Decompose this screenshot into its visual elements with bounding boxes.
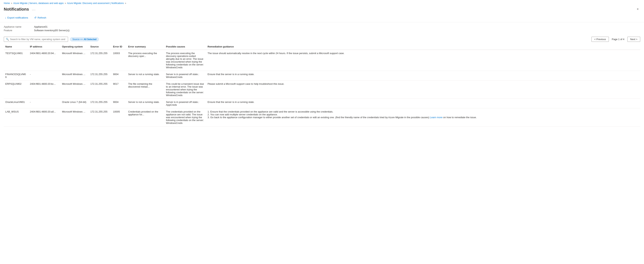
cell-possible-causes: Server is in powered off state.: AppCred… bbox=[164, 99, 206, 108]
col-header-error-summary[interactable]: Error summary bbox=[127, 44, 164, 50]
col-header-error-id[interactable]: Error ID bbox=[112, 44, 127, 50]
filter-right: < Previous Page 1 of 4 Next > bbox=[592, 37, 640, 42]
previous-button[interactable]: < Previous bbox=[592, 37, 609, 42]
col-header-remediation[interactable]: Remediation guidance bbox=[206, 44, 640, 50]
appliance-label: Appliance name bbox=[4, 25, 34, 28]
cell-error-summary: Server is not a running state. bbox=[127, 71, 164, 80]
table-body: TESTSQLVM012404:f801:4800:20:94...Micros… bbox=[4, 50, 640, 126]
table-row: ERPSQLVM022404:f801:4800:20:bc...Microso… bbox=[4, 80, 640, 99]
next-button[interactable]: Next > bbox=[627, 37, 640, 42]
table-row: OracleLinuxVM01-Oracle Linux 7 (64-bit)1… bbox=[4, 99, 640, 108]
col-header-ip[interactable]: IP address bbox=[28, 44, 60, 50]
cell-os: Microsoft Windows ... bbox=[60, 108, 89, 126]
table-row: LAB_WSUS2404:f801:4800:20:a0...Microsoft… bbox=[4, 108, 640, 126]
cell-source: 172.31.255.255 bbox=[89, 50, 112, 71]
page-info: Page 1 of 4 bbox=[611, 38, 626, 41]
cell-error-summary: The file containing the discovered metad… bbox=[127, 80, 164, 99]
toolbar: ↓ Export notifications ↺ Refresh bbox=[0, 14, 644, 22]
filter-bar: 🔍 Source == All Selected < Previous Page… bbox=[0, 35, 644, 44]
cell-error-summary: The process executing the discovery oper… bbox=[127, 50, 164, 71]
source-tag-prefix: Source == bbox=[72, 38, 83, 41]
cell-error-id: 9004 bbox=[112, 71, 127, 80]
breadcrumb-servers[interactable]: Azure Migrate | Servers, databases and w… bbox=[13, 2, 64, 4]
refresh-button[interactable]: ↺ Refresh bbox=[33, 15, 48, 20]
notifications-table-container: Name IP address Operating system Source … bbox=[0, 44, 644, 126]
cell-remediation: Ensure that the server is in a running s… bbox=[206, 71, 640, 80]
cell-name: OracleLinuxVM01 bbox=[4, 99, 28, 108]
col-header-possible-causes[interactable]: Possible causes bbox=[164, 44, 206, 50]
export-notifications-button[interactable]: ↓ Export notifications bbox=[4, 15, 29, 20]
cell-name: ERPSQLVM02 bbox=[4, 80, 28, 99]
cell-remediation: Ensure that the server is in a running s… bbox=[206, 99, 640, 108]
cell-source: 172.31.255.255 bbox=[89, 80, 112, 99]
page-header: Notifications ... × bbox=[0, 6, 644, 14]
page-title: Notifications bbox=[4, 7, 29, 12]
cell-os: Microsoft Windows ... bbox=[60, 50, 89, 71]
cell-ip: - bbox=[28, 99, 60, 108]
source-tag-value: All Selected bbox=[84, 38, 96, 41]
cell-error-summary: Server is not a running state. bbox=[127, 99, 164, 108]
col-header-source[interactable]: Source bbox=[89, 44, 112, 50]
col-header-os[interactable]: Operating system bbox=[60, 44, 89, 50]
close-button[interactable]: × bbox=[635, 6, 640, 12]
breadcrumb: Home > Azure Migrate | Servers, database… bbox=[0, 0, 644, 6]
cell-possible-causes: Server is in powered off state.: Windows… bbox=[164, 71, 206, 80]
cell-error-id: 9004 bbox=[112, 99, 127, 108]
cell-name: TESTSQLVM01 bbox=[4, 50, 28, 71]
cell-possible-causes: The credentials provided on the applianc… bbox=[164, 108, 206, 126]
search-input[interactable] bbox=[10, 38, 66, 41]
cell-source: 172.31.255.255 bbox=[89, 108, 112, 126]
cell-name: FINANCESQLVM06 bbox=[4, 71, 28, 80]
search-icon: 🔍 bbox=[6, 38, 9, 41]
breadcrumb-notifications[interactable]: Azure Migrate: Discovery and assessment … bbox=[67, 2, 124, 4]
cell-ip: 2404:f801:4800:20:a0... bbox=[28, 108, 60, 126]
cell-possible-causes: This could be a transient issue due to a… bbox=[164, 80, 206, 99]
cell-remediation: The issue should automatically resolve i… bbox=[206, 50, 640, 71]
cell-os: Oracle Linux 7 (64-bit) bbox=[60, 99, 89, 108]
feature-value: Software inventory(65 Server(s)) bbox=[34, 29, 640, 32]
meta-section: Appliance name Appliance01 Feature Softw… bbox=[0, 22, 644, 35]
ellipsis-button[interactable]: ... bbox=[31, 7, 37, 11]
cell-error-id: 10003 bbox=[112, 50, 127, 71]
cell-error-summary: Credentials provided on the appliance fo… bbox=[127, 108, 164, 126]
cell-source: 172.31.255.255 bbox=[89, 71, 112, 80]
feature-label: Feature bbox=[4, 29, 34, 32]
cell-ip: - bbox=[28, 71, 60, 80]
refresh-label: Refresh bbox=[38, 16, 46, 19]
source-filter-tag[interactable]: Source == All Selected bbox=[70, 37, 99, 42]
cell-name: LAB_WSUS bbox=[4, 108, 28, 126]
col-header-name[interactable]: Name bbox=[4, 44, 28, 50]
cell-error-id: 10005 bbox=[112, 108, 127, 126]
cell-remediation: 1. Ensure that the credentials provided … bbox=[206, 108, 640, 126]
table-row: TESTSQLVM012404:f801:4800:20:94...Micros… bbox=[4, 50, 640, 71]
breadcrumb-home[interactable]: Home bbox=[4, 2, 10, 4]
cell-possible-causes: The process executing the discovery oper… bbox=[164, 50, 206, 71]
cell-ip: 2404:f801:4800:20:94... bbox=[28, 50, 60, 71]
search-box: 🔍 bbox=[4, 37, 68, 42]
cell-ip: 2404:f801:4800:20:bc... bbox=[28, 80, 60, 99]
table-row: FINANCESQLVM06-Microsoft Windows ...172.… bbox=[4, 71, 640, 80]
filter-left: 🔍 Source == All Selected bbox=[4, 37, 99, 42]
appliance-value: Appliance01 bbox=[34, 25, 640, 28]
cell-os: Microsoft Windows ... bbox=[60, 80, 89, 99]
table-header: Name IP address Operating system Source … bbox=[4, 44, 640, 50]
export-icon: ↓ bbox=[5, 16, 6, 19]
refresh-icon: ↺ bbox=[34, 16, 36, 19]
learn-more-link[interactable]: Learn more bbox=[430, 116, 442, 119]
cell-remediation: Please submit a Microsoft support case t… bbox=[206, 80, 640, 99]
title-area: Notifications ... bbox=[4, 7, 37, 12]
cell-source: 172.31.255.255 bbox=[89, 99, 112, 108]
cell-error-id: 9017 bbox=[112, 80, 127, 99]
cell-os: Microsoft Windows ... bbox=[60, 71, 89, 80]
notifications-table: Name IP address Operating system Source … bbox=[4, 44, 640, 126]
export-label: Export notifications bbox=[7, 16, 28, 19]
